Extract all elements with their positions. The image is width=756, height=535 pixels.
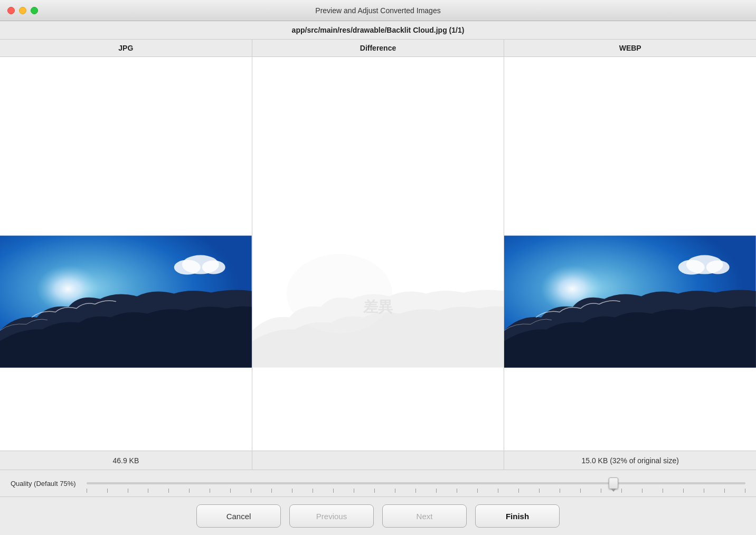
slider-ticks bbox=[87, 489, 745, 493]
difference-panel: 差異 bbox=[252, 57, 505, 451]
close-button[interactable] bbox=[7, 7, 15, 14]
maximize-button[interactable] bbox=[31, 7, 38, 14]
tick bbox=[415, 489, 416, 493]
finish-button[interactable]: Finish bbox=[475, 504, 560, 528]
tick bbox=[745, 489, 745, 493]
svg-point-11 bbox=[678, 260, 705, 275]
image-area: 差異 bbox=[0, 57, 756, 451]
quality-slider-container[interactable] bbox=[87, 475, 745, 491]
tick bbox=[87, 489, 87, 493]
file-path-bar: app/src/main/res/drawable/Backlit Cloud.… bbox=[0, 21, 756, 40]
svg-point-12 bbox=[706, 261, 730, 274]
tick bbox=[230, 489, 231, 493]
tick bbox=[395, 489, 395, 493]
quality-label: Quality (Default 75%) bbox=[11, 480, 76, 488]
quality-slider-thumb[interactable] bbox=[609, 477, 618, 489]
file-path-text: app/src/main/res/drawable/Backlit Cloud.… bbox=[292, 26, 465, 34]
webp-image bbox=[504, 234, 756, 369]
action-bar: Cancel Previous Next Finish bbox=[0, 496, 756, 535]
tick bbox=[313, 489, 313, 493]
tick bbox=[539, 489, 540, 493]
col-header-difference: Difference bbox=[252, 40, 505, 56]
tick bbox=[189, 489, 190, 493]
tick bbox=[374, 489, 375, 493]
jpg-size: 46.9 KB bbox=[0, 451, 252, 470]
tick bbox=[560, 489, 560, 493]
tick bbox=[354, 489, 354, 493]
svg-point-6 bbox=[287, 254, 392, 333]
tick bbox=[292, 489, 292, 493]
tick bbox=[457, 489, 457, 493]
tick bbox=[168, 489, 169, 493]
tick bbox=[333, 489, 334, 493]
tick bbox=[271, 489, 272, 493]
tick bbox=[518, 489, 519, 493]
title-bar: Preview and Adjust Converted Images bbox=[0, 0, 756, 21]
tick bbox=[107, 489, 108, 493]
tick bbox=[642, 489, 642, 493]
svg-point-3 bbox=[174, 260, 201, 275]
window-title: Preview and Adjust Converted Images bbox=[315, 6, 440, 15]
size-bar: 46.9 KB 15.0 KB (32% of original size) bbox=[0, 451, 756, 470]
diff-image: 差異 bbox=[252, 234, 504, 369]
tick bbox=[498, 489, 498, 493]
tick bbox=[724, 489, 725, 493]
col-header-jpg: JPG bbox=[0, 40, 252, 56]
tick bbox=[663, 489, 663, 493]
tick bbox=[477, 489, 478, 493]
tick bbox=[683, 489, 684, 493]
next-button[interactable]: Next bbox=[382, 504, 467, 528]
tick bbox=[210, 489, 210, 493]
previous-button[interactable]: Previous bbox=[289, 504, 374, 528]
tick bbox=[580, 489, 581, 493]
columns-header: JPG Difference WEBP bbox=[0, 40, 756, 57]
cancel-button[interactable]: Cancel bbox=[196, 504, 281, 528]
tick bbox=[436, 489, 437, 493]
tick bbox=[148, 489, 148, 493]
jpg-image bbox=[0, 234, 252, 369]
webp-size: 15.0 KB (32% of original size) bbox=[504, 451, 756, 470]
quality-bar: Quality (Default 75%) bbox=[0, 470, 756, 496]
window-controls bbox=[7, 7, 38, 14]
col-header-webp: WEBP bbox=[504, 40, 756, 56]
svg-point-4 bbox=[202, 261, 225, 274]
tick bbox=[251, 489, 251, 493]
diff-size bbox=[252, 451, 505, 470]
jpg-panel bbox=[0, 57, 252, 451]
tick bbox=[601, 489, 601, 493]
tick bbox=[128, 489, 128, 493]
minimize-button[interactable] bbox=[19, 7, 26, 14]
tick bbox=[704, 489, 704, 493]
slider-track bbox=[87, 482, 745, 484]
tick bbox=[621, 489, 622, 493]
webp-panel bbox=[504, 57, 756, 451]
svg-text:差異: 差異 bbox=[363, 299, 393, 315]
